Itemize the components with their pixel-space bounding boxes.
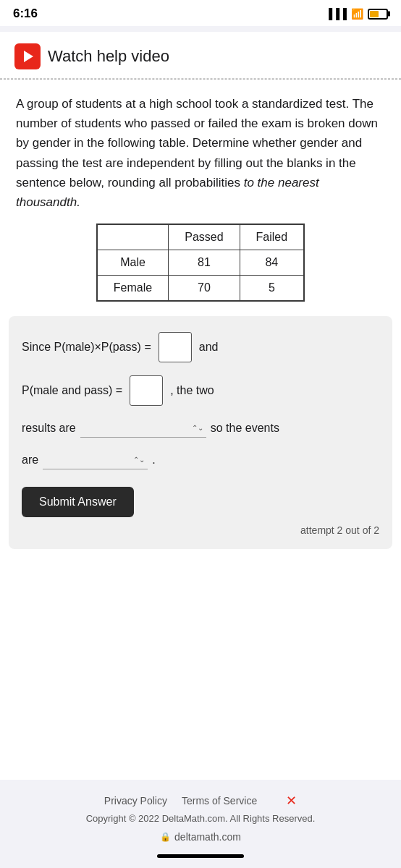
events-select-wrapper: independent not independent	[43, 451, 148, 469]
wifi-icon: 📶	[351, 8, 363, 20]
problem-text: A group of students at a high school too…	[16, 94, 385, 212]
table-header-passed: Passed	[169, 224, 240, 250]
privacy-policy-link[interactable]: Privacy Policy	[104, 795, 167, 807]
close-icon[interactable]: ✕	[286, 793, 297, 809]
answer-line2-prefix: P(male and pass) =	[22, 384, 122, 397]
watch-help-video-link[interactable]: Watch help video	[14, 43, 387, 69]
table-cell-male-failed: 84	[240, 250, 304, 276]
footer: Privacy Policy Terms of Service ✕ Copyri…	[0, 780, 401, 868]
results-select-wrapper: equal not equal approximately equal	[80, 419, 206, 438]
play-triangle	[24, 51, 33, 62]
play-icon	[14, 43, 41, 69]
table-cell-female-label: Female	[97, 276, 169, 302]
answer-line4-prefix: are	[22, 454, 38, 467]
answer-line3-prefix: results are	[22, 422, 76, 435]
answer-row-2: P(male and pass) = , the two	[22, 375, 379, 406]
data-table: Passed Failed Male 81 84 Female 70 5	[96, 224, 305, 302]
table-header-empty	[97, 224, 169, 250]
lock-icon: 🔒	[160, 832, 171, 842]
submit-button[interactable]: Submit Answer	[22, 487, 134, 517]
help-video-section: Watch help video	[0, 32, 401, 79]
status-bar: 6:16 ▐▐▐ 📶	[0, 0, 401, 26]
answer-section: Since P(male)×P(pass) = and P(male and p…	[9, 316, 392, 549]
table-row-male: Male 81 84	[97, 250, 304, 276]
results-select[interactable]: equal not equal approximately equal	[80, 419, 206, 438]
events-select[interactable]: independent not independent	[43, 451, 148, 469]
answer-line2-suffix: , the two	[170, 384, 214, 397]
battery-fill	[370, 11, 379, 17]
table-cell-male-label: Male	[97, 250, 169, 276]
main-card: Watch help video A group of students at …	[0, 32, 401, 780]
answer-row-4: are independent not independent .	[22, 451, 379, 469]
battery-icon	[368, 9, 388, 20]
pmale-ppass-input[interactable]	[159, 332, 192, 362]
answer-line3-suffix: so the events	[211, 422, 279, 435]
footer-links: Privacy Policy Terms of Service ✕	[104, 793, 297, 809]
help-video-label: Watch help video	[48, 47, 169, 66]
table-cell-male-passed: 81	[169, 250, 240, 276]
answer-row-3: results are equal not equal approximatel…	[22, 419, 379, 438]
terms-of-service-link[interactable]: Terms of Service	[182, 795, 257, 807]
table-header-row: Passed Failed	[97, 224, 304, 250]
footer-copyright: Copyright © 2022 DeltaMath.com. All Righ…	[86, 813, 316, 824]
attempt-text: attempt 2 out of 2	[22, 524, 379, 536]
table-row-female: Female 70 5	[97, 276, 304, 302]
answer-line1-prefix: Since P(male)×P(pass) =	[22, 341, 151, 354]
signal-icon: ▐▐▐	[325, 8, 347, 20]
domain-text: deltamath.com	[174, 831, 241, 843]
problem-section: A group of students at a high school too…	[0, 80, 401, 224]
status-icons: ▐▐▐ 📶	[325, 8, 388, 20]
footer-spacer	[0, 561, 401, 780]
answer-line4-suffix: .	[152, 454, 155, 467]
answer-row-1: Since P(male)×P(pass) = and	[22, 332, 379, 362]
table-header-failed: Failed	[240, 224, 304, 250]
footer-domain: 🔒 deltamath.com	[160, 831, 241, 843]
table-section: Passed Failed Male 81 84 Female 70 5	[0, 224, 401, 316]
table-cell-female-passed: 70	[169, 276, 240, 302]
pmale-and-pass-input[interactable]	[130, 375, 163, 406]
table-cell-female-failed: 5	[240, 276, 304, 302]
answer-line1-suffix: and	[199, 341, 219, 354]
status-time: 6:16	[13, 7, 38, 21]
home-indicator	[157, 854, 244, 858]
problem-italic: to the nearest thousandth.	[16, 176, 319, 209]
